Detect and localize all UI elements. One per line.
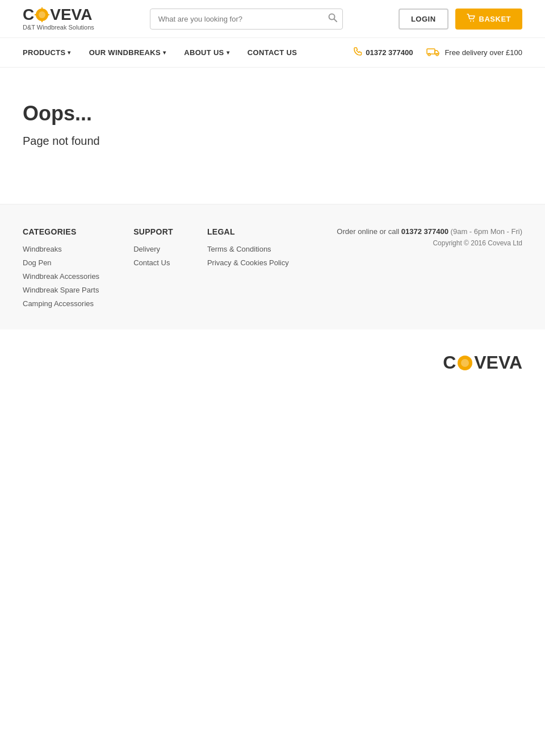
list-item: Contact Us: [133, 258, 173, 267]
search-icon: [328, 13, 337, 22]
categories-list: Windbreaks Dog Pen Windbreak Accessories…: [23, 244, 99, 308]
legal-terms[interactable]: Terms & Conditions: [207, 245, 271, 253]
nav-contact-us[interactable]: CONTACT US: [238, 38, 306, 67]
chevron-down-icon: ▾: [227, 49, 229, 56]
list-item: Delivery: [133, 244, 173, 253]
svg-point-8: [470, 20, 471, 22]
categories-heading: CATEGORIES: [23, 227, 99, 236]
category-camping-accessories[interactable]: Camping Accessories: [23, 299, 94, 308]
phone-icon: [353, 47, 362, 59]
nav-contact-us-label: CONTACT US: [248, 48, 297, 57]
footer: CATEGORIES Windbreaks Dog Pen Windbreak …: [0, 204, 545, 390]
delivery-text: Free delivery over £100: [445, 48, 522, 57]
svg-point-14: [461, 359, 469, 367]
list-item: Windbreak Spare Parts: [23, 285, 99, 294]
list-item: Windbreak Accessories: [23, 272, 99, 281]
list-item: Dog Pen: [23, 258, 99, 267]
footer-logo-c: C: [443, 352, 456, 373]
basket-button[interactable]: BASKET: [455, 9, 522, 30]
category-windbreak-spare-parts[interactable]: Windbreak Spare Parts: [23, 286, 99, 294]
nav-our-windbreaks-label: OUR WINDBREAKS: [89, 48, 161, 57]
chevron-down-icon: ▾: [68, 49, 70, 56]
login-button[interactable]: LOGIN: [399, 9, 448, 30]
nav-about-us-label: ABOUT US: [184, 48, 224, 57]
truck-svg: [426, 47, 440, 56]
nav-left: PRODUCTS ▾ OUR WINDBREAKS ▾ ABOUT US ▾ C…: [23, 38, 353, 67]
footer-support: SUPPORT Delivery Contact Us: [133, 227, 173, 312]
error-subtitle: Page not found: [23, 135, 522, 148]
phone-number: 01372 377400: [366, 48, 413, 57]
logo-veva: VEVA: [50, 7, 92, 23]
order-text: Order online or call 01372 377400 (9am -…: [337, 227, 522, 236]
phone-svg: [353, 47, 362, 56]
list-item: Terms & Conditions: [207, 244, 289, 253]
category-windbreak-accessories[interactable]: Windbreak Accessories: [23, 272, 99, 281]
svg-line-7: [334, 19, 337, 22]
basket-label: BASKET: [479, 15, 511, 23]
list-item: Windbreaks: [23, 244, 99, 253]
copyright: Copyright © 2016 Coveva Ltd: [337, 239, 522, 247]
cart-icon: [467, 14, 476, 23]
nav-our-windbreaks[interactable]: OUR WINDBREAKS ▾: [80, 38, 175, 67]
svg-point-12: [436, 53, 438, 56]
delivery-info: Free delivery over £100: [426, 46, 522, 59]
support-delivery[interactable]: Delivery: [133, 245, 160, 253]
footer-logo-veva: VEVA: [474, 352, 522, 373]
category-windbreaks[interactable]: Windbreaks: [23, 245, 62, 253]
footer-logo: C VEVA: [443, 352, 522, 373]
basket-icon: [467, 14, 476, 24]
footer-logo-sun-icon: [456, 354, 474, 372]
header-actions: LOGIN BASKET: [399, 9, 522, 30]
category-dog-pen[interactable]: Dog Pen: [23, 258, 52, 267]
svg-point-11: [428, 53, 430, 56]
search-button[interactable]: [328, 13, 337, 24]
footer-phone: 01372 377400: [401, 227, 448, 236]
nav-about-us[interactable]: ABOUT US ▾: [175, 38, 238, 67]
nav-products[interactable]: PRODUCTS ▾: [23, 38, 80, 67]
chevron-down-icon: ▾: [163, 49, 166, 56]
footer-categories: CATEGORIES Windbreaks Dog Pen Windbreak …: [23, 227, 99, 312]
support-list: Delivery Contact Us: [133, 244, 173, 267]
list-item: Privacy & Cookies Policy: [207, 258, 289, 267]
svg-point-1: [39, 11, 45, 18]
logo-c: C: [23, 7, 34, 23]
search-input[interactable]: [150, 9, 343, 30]
legal-privacy[interactable]: Privacy & Cookies Policy: [207, 258, 289, 267]
order-label: Order online or call: [337, 227, 399, 236]
footer-hours: (9am - 6pm Mon - Fri): [451, 227, 522, 236]
logo-sun-icon: [34, 7, 50, 23]
footer-content: CATEGORIES Windbreaks Dog Pen Windbreak …: [0, 204, 545, 329]
footer-logo-area: C VEVA: [0, 329, 545, 390]
navigation: PRODUCTS ▾ OUR WINDBREAKS ▾ ABOUT US ▾ C…: [0, 38, 545, 68]
support-heading: SUPPORT: [133, 227, 173, 236]
list-item: Camping Accessories: [23, 299, 99, 308]
nav-products-label: PRODUCTS: [23, 48, 65, 57]
logo[interactable]: C VEVA D&T Windbreak Solutions: [23, 7, 94, 31]
legal-heading: LEGAL: [207, 227, 289, 236]
truck-icon: [426, 46, 440, 59]
footer-legal: LEGAL Terms & Conditions Privacy & Cooki…: [207, 227, 289, 312]
error-title: Oops...: [23, 102, 522, 126]
legal-list: Terms & Conditions Privacy & Cookies Pol…: [207, 244, 289, 267]
svg-point-9: [473, 20, 474, 22]
support-contact-us[interactable]: Contact Us: [133, 258, 170, 267]
main-content: Oops... Page not found: [0, 68, 545, 204]
footer-columns: CATEGORIES Windbreaks Dog Pen Windbreak …: [23, 227, 522, 312]
logo-tagline: D&T Windbreak Solutions: [23, 24, 94, 31]
search-area: [150, 9, 343, 30]
footer-order-info: Order online or call 01372 377400 (9am -…: [337, 227, 522, 312]
nav-phone: 01372 377400: [353, 47, 413, 59]
svg-rect-10: [427, 49, 435, 54]
nav-right: 01372 377400 Free delivery over £100: [353, 46, 522, 59]
